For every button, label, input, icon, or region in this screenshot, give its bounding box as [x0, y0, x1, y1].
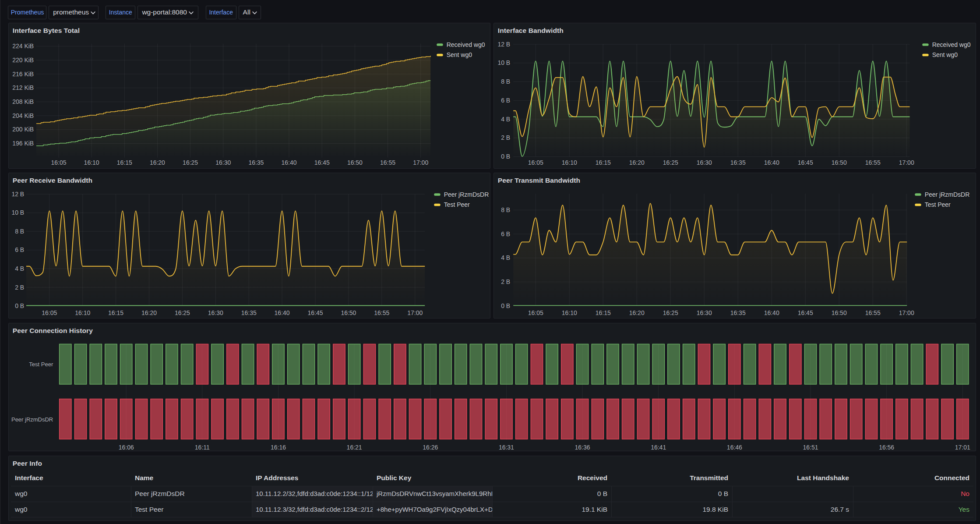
svg-text:16:15: 16:15	[595, 159, 610, 166]
svg-text:224 KiB: 224 KiB	[12, 43, 34, 50]
svg-text:16:05: 16:05	[528, 309, 543, 316]
svg-text:16:20: 16:20	[629, 159, 644, 166]
svg-text:16:25: 16:25	[183, 159, 198, 166]
svg-text:Received wg0: Received wg0	[446, 41, 485, 48]
svg-text:16:45: 16:45	[314, 159, 329, 166]
svg-text:200 KiB: 200 KiB	[12, 126, 34, 133]
svg-text:204 KiB: 204 KiB	[12, 112, 34, 119]
svg-text:6 B: 6 B	[501, 230, 510, 237]
svg-text:16:10: 16:10	[84, 159, 99, 166]
svg-text:208 KiB: 208 KiB	[12, 98, 34, 105]
svg-text:16:11: 16:11	[195, 444, 210, 451]
svg-text:16:05: 16:05	[42, 309, 57, 316]
svg-text:Peer jRzmDsDR: Peer jRzmDsDR	[11, 416, 53, 423]
svg-text:16:50: 16:50	[831, 309, 846, 316]
svg-text:17:00: 17:00	[899, 159, 914, 166]
svg-text:16:51: 16:51	[803, 444, 818, 451]
svg-text:Test Peer: Test Peer	[924, 201, 950, 208]
svg-text:12 B: 12 B	[11, 191, 24, 198]
svg-text:16:25: 16:25	[663, 309, 678, 316]
svg-text:16:45: 16:45	[797, 159, 813, 166]
svg-text:16:15: 16:15	[117, 159, 132, 166]
svg-text:196 KiB: 196 KiB	[12, 140, 34, 147]
svg-text:17:00: 17:00	[407, 309, 423, 316]
svg-text:16:40: 16:40	[764, 159, 779, 166]
svg-text:16:45: 16:45	[307, 309, 323, 316]
svg-text:Peer jRzmDsDR: Peer jRzmDsDR	[924, 191, 969, 198]
svg-text:16:05: 16:05	[51, 159, 66, 166]
svg-text:16:50: 16:50	[341, 309, 356, 316]
svg-text:16:26: 16:26	[423, 444, 438, 451]
svg-text:Peer jRzmDsDR: Peer jRzmDsDR	[444, 191, 489, 198]
svg-text:2 B: 2 B	[501, 278, 510, 285]
svg-text:16:41: 16:41	[651, 444, 666, 451]
svg-text:16:55: 16:55	[374, 309, 389, 316]
svg-text:16:10: 16:10	[561, 159, 577, 166]
svg-text:16:25: 16:25	[663, 159, 678, 166]
svg-text:16:10: 16:10	[75, 309, 90, 316]
svg-text:16:35: 16:35	[241, 309, 256, 316]
svg-text:4 B: 4 B	[501, 116, 510, 123]
svg-text:0 B: 0 B	[501, 153, 510, 160]
svg-text:Test Peer: Test Peer	[29, 361, 53, 368]
svg-text:17:00: 17:00	[899, 309, 914, 316]
svg-text:16:35: 16:35	[248, 159, 264, 166]
svg-text:16:15: 16:15	[108, 309, 123, 316]
svg-text:4 B: 4 B	[501, 254, 510, 261]
svg-text:16:25: 16:25	[175, 309, 190, 316]
svg-text:16:46: 16:46	[727, 444, 742, 451]
svg-text:16:20: 16:20	[141, 309, 157, 316]
svg-text:212 KiB: 212 KiB	[12, 85, 34, 92]
svg-text:16:50: 16:50	[347, 159, 363, 166]
svg-text:16:06: 16:06	[119, 444, 134, 451]
svg-text:8 B: 8 B	[501, 78, 510, 85]
svg-text:16:36: 16:36	[575, 444, 590, 451]
svg-text:16:21: 16:21	[346, 444, 362, 451]
svg-text:16:35: 16:35	[730, 309, 745, 316]
svg-text:12 B: 12 B	[497, 41, 510, 48]
svg-text:Test Peer: Test Peer	[444, 201, 469, 208]
svg-text:16:50: 16:50	[831, 159, 846, 166]
svg-text:8 B: 8 B	[15, 228, 24, 235]
svg-text:16:30: 16:30	[696, 159, 712, 166]
svg-text:16:35: 16:35	[730, 159, 745, 166]
svg-text:16:56: 16:56	[879, 444, 894, 451]
svg-text:16:45: 16:45	[797, 309, 813, 316]
svg-text:16:40: 16:40	[764, 309, 779, 316]
svg-text:16:30: 16:30	[696, 309, 712, 316]
svg-text:16:10: 16:10	[561, 309, 577, 316]
svg-text:Sent wg0: Sent wg0	[932, 52, 958, 59]
svg-text:16:55: 16:55	[380, 159, 395, 166]
svg-text:16:05: 16:05	[528, 159, 543, 166]
svg-text:16:20: 16:20	[629, 309, 644, 316]
svg-text:10 B: 10 B	[497, 60, 510, 67]
svg-text:16:40: 16:40	[281, 159, 296, 166]
svg-text:220 KiB: 220 KiB	[12, 57, 34, 64]
svg-text:8 B: 8 B	[501, 206, 510, 213]
svg-text:16:30: 16:30	[215, 159, 231, 166]
svg-text:10 B: 10 B	[11, 209, 24, 216]
svg-text:4 B: 4 B	[15, 265, 24, 272]
svg-text:Received wg0: Received wg0	[932, 41, 970, 48]
svg-text:17:01: 17:01	[955, 444, 970, 451]
svg-text:2 B: 2 B	[15, 284, 24, 291]
svg-text:16:20: 16:20	[150, 159, 165, 166]
svg-text:216 KiB: 216 KiB	[12, 71, 34, 78]
svg-text:16:30: 16:30	[208, 309, 223, 316]
svg-text:16:16: 16:16	[271, 444, 286, 451]
svg-text:16:55: 16:55	[865, 309, 880, 316]
svg-text:0 B: 0 B	[501, 302, 510, 309]
svg-text:2 B: 2 B	[501, 135, 510, 142]
svg-text:16:40: 16:40	[274, 309, 289, 316]
svg-text:17:00: 17:00	[413, 159, 428, 166]
svg-text:0 B: 0 B	[15, 302, 24, 309]
svg-text:6 B: 6 B	[15, 246, 24, 253]
svg-text:6 B: 6 B	[501, 97, 510, 104]
svg-text:16:55: 16:55	[865, 159, 880, 166]
svg-text:Sent wg0: Sent wg0	[446, 52, 472, 59]
svg-text:16:31: 16:31	[499, 444, 514, 451]
svg-text:16:15: 16:15	[595, 309, 610, 316]
